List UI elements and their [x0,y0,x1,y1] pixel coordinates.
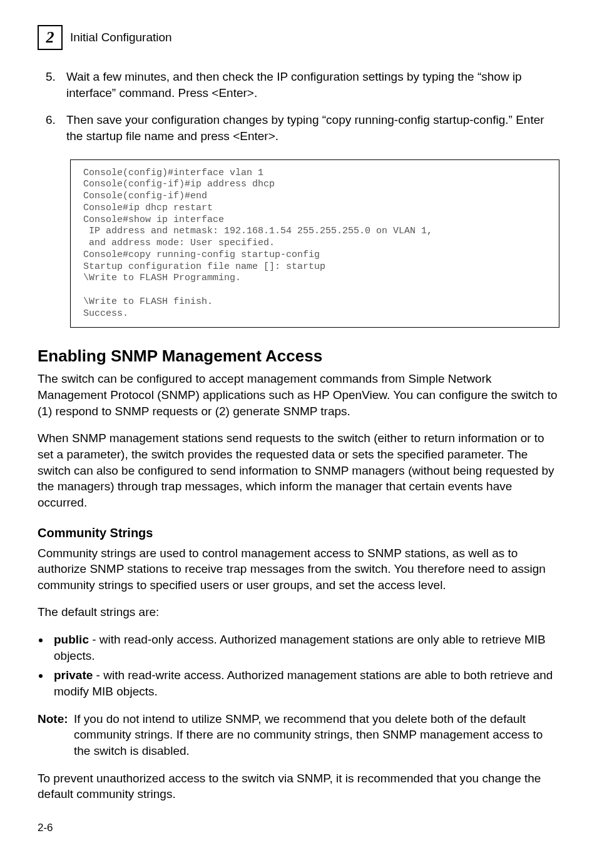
list-item: private - with read-write access. Author… [50,667,559,699]
definition: - with read-write access. Authorized man… [54,669,553,698]
body-paragraph: To prevent unauthorized access to the sw… [38,770,559,802]
definition: - with read-only access. Authorized mana… [54,633,546,662]
note-label: Note: [38,711,74,759]
body-paragraph: When SNMP management stations send reque… [38,430,559,510]
chapter-number-icon: 2 [38,25,63,50]
subsection-heading: Community Strings [38,525,559,542]
body-paragraph: The switch can be configured to accept m… [38,371,559,419]
chapter-header: 2 Initial Configuration [38,25,559,50]
term: private [54,669,93,682]
list-item: public - with read-only access. Authoriz… [50,632,559,664]
section-heading: Enabling SNMP Management Access [38,345,559,367]
bullet-list: public - with read-only access. Authoriz… [38,632,559,700]
note-block: Note: If you do not intend to utilize SN… [38,711,559,759]
step-item: Wait a few minutes, and then check the I… [59,69,559,101]
step-item: Then save your configuration changes by … [59,112,559,144]
note-body: If you do not intend to utilize SNMP, we… [74,711,559,759]
chapter-title: Initial Configuration [70,29,172,46]
step-list: Wait a few minutes, and then check the I… [38,69,559,144]
body-paragraph: Community strings are used to control ma… [38,545,559,593]
console-output: Console(config)#interface vlan 1 Console… [70,159,559,328]
term: public [54,633,89,646]
body-paragraph: The default strings are: [38,604,559,620]
page-number: 2-6 [38,821,559,835]
